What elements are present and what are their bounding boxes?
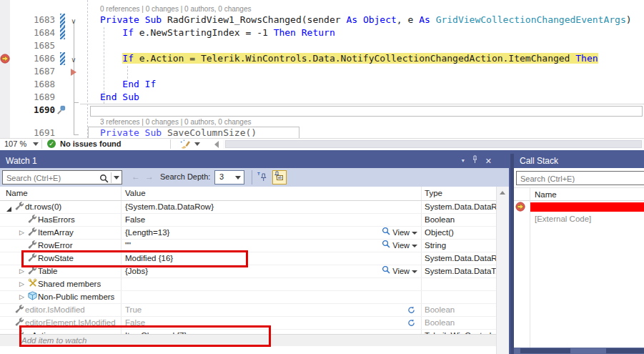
code-text[interactable] <box>80 39 644 52</box>
scrollbar-thumb[interactable] <box>606 348 644 353</box>
watch-title-bar[interactable]: Watch 1 ▾ ✕ <box>0 154 509 168</box>
code-text[interactable]: If e.Action = Telerik.WinControls.Data.N… <box>80 52 644 65</box>
glyph-margin[interactable] <box>0 39 10 52</box>
search-dropdown-icon[interactable] <box>114 176 119 180</box>
svg-text:ab: ab <box>278 175 282 180</box>
outline-margin[interactable] <box>67 104 80 117</box>
call-stack-search-input[interactable] <box>519 172 638 185</box>
code-cleanup-icon[interactable] <box>179 139 191 151</box>
outline-margin[interactable] <box>67 127 80 138</box>
glyph-margin[interactable] <box>0 78 10 91</box>
watch-row[interactable]: ▷Table{Jobs}ViewSystem.Data.DataT... <box>0 265 497 278</box>
codelens-info[interactable]: 3 references | 0 changes | 0 authors, 0 … <box>100 118 251 126</box>
code-cleanup-dropdown-icon[interactable] <box>194 142 200 146</box>
code-text[interactable] <box>80 104 644 117</box>
expander-closed-icon[interactable]: ▷ <box>17 291 26 303</box>
scrollbar-thumb[interactable] <box>225 140 642 148</box>
search-forward-icon[interactable]: → <box>145 172 154 182</box>
watch-row[interactable]: ▷Non-Public members <box>0 291 497 304</box>
code-text[interactable]: Private Sub RadGridView1_RowsChanged(sen… <box>80 14 644 26</box>
refresh-icon[interactable] <box>407 305 415 316</box>
nonpublic-icon <box>26 291 38 303</box>
search-depth-select[interactable]: 3 <box>214 170 244 185</box>
code-line[interactable]: 1687 <box>0 65 644 78</box>
watch-row[interactable]: HasErrorsFalseBoolean <box>0 214 497 227</box>
watch-row[interactable]: editor.IsModifiedTrueBoolean <box>0 304 497 317</box>
outline-margin[interactable] <box>67 91 80 104</box>
column-header-type[interactable]: Type <box>422 187 497 200</box>
issues-status[interactable]: No issues found <box>60 139 122 148</box>
code-line[interactable]: 1689End Sub <box>0 91 644 104</box>
code-text[interactable]: If e.NewStartingIndex = -1 Then Return <box>80 26 644 39</box>
outline-margin[interactable] <box>67 78 80 91</box>
watch-row[interactable]: RowError""ViewString <box>0 240 497 252</box>
code-line[interactable]: 1691Private Sub SaveColumnSize() <box>0 127 644 138</box>
watch-vertical-scrollbar[interactable] <box>496 187 509 354</box>
refresh-icon[interactable] <box>407 318 415 329</box>
zoom-level[interactable]: 107 % <box>4 139 26 148</box>
code-text[interactable]: End If <box>80 78 644 91</box>
watch-value: {System.Data.DataRow} <box>125 202 214 211</box>
expander-closed-icon[interactable]: ▷ <box>17 265 26 277</box>
outline-margin[interactable] <box>67 26 80 39</box>
watch-name: editor.IsModified <box>25 304 85 316</box>
glyph-margin[interactable] <box>0 14 10 26</box>
collapse-chevron-icon[interactable]: ∨ <box>71 17 76 25</box>
view-button[interactable]: View <box>382 227 417 239</box>
outline-margin[interactable]: ∨ <box>67 52 80 65</box>
column-header-name[interactable]: Name <box>0 187 122 200</box>
glyph-margin[interactable] <box>0 127 10 138</box>
codelens-info[interactable]: 0 references | 0 changes | 0 authors, 0 … <box>100 5 251 13</box>
outline-margin[interactable]: ∨ <box>67 14 80 26</box>
wrench-icon <box>26 227 38 239</box>
expander-closed-icon[interactable]: ▷ <box>17 278 26 290</box>
close-icon[interactable]: ✕ <box>485 154 492 168</box>
scrollbar-thumb[interactable] <box>520 348 570 353</box>
watch-row[interactable]: ▷Shared members <box>0 278 497 291</box>
expander-closed-icon[interactable]: ▷ <box>17 227 26 239</box>
code-line[interactable]: 1686∨ If e.Action = Telerik.WinControls.… <box>0 52 644 65</box>
collapse-chevron-icon[interactable]: ∨ <box>71 56 76 64</box>
watch-row[interactable]: dt.rows(0){System.Data.DataRow}System.Da… <box>0 201 497 214</box>
call-stack-title-bar[interactable]: Call Stack <box>514 154 644 168</box>
glyph-margin[interactable] <box>0 65 10 78</box>
zoom-dropdown-icon[interactable] <box>33 142 39 146</box>
outline-margin[interactable] <box>67 65 80 78</box>
watch-row[interactable]: ▷ItemArray{Length=13}ViewObject() <box>0 227 497 240</box>
horizontal-scrollbar[interactable] <box>223 139 644 149</box>
code-line[interactable]: 1683∨Private Sub RadGridView1_RowsChange… <box>0 14 644 26</box>
glyph-margin[interactable] <box>0 104 10 117</box>
pin-icon[interactable] <box>471 154 479 168</box>
watch-row[interactable]: RowStateModified {16}System.Data.DataR..… <box>0 252 497 265</box>
pin-to-source-icon[interactable]: T <box>257 172 267 185</box>
code-line[interactable]: 1690 <box>0 104 644 117</box>
code-text[interactable] <box>80 65 644 78</box>
call-stack-horizontal-scrollbar[interactable] <box>514 348 644 354</box>
call-stack-frame[interactable] <box>514 201 644 213</box>
code-text[interactable]: Private Sub SaveColumnSize() <box>80 127 644 138</box>
glyph-margin[interactable] <box>0 52 10 65</box>
code-line[interactable]: 1688 End If <box>0 78 644 91</box>
glyph-margin[interactable] <box>0 91 10 104</box>
watch-row[interactable]: editorElement.IsModifiedFalseBoolean <box>0 317 497 330</box>
code-editor[interactable]: 16820 references | 0 changes | 0 authors… <box>0 0 644 138</box>
column-header-value[interactable]: Value <box>122 187 422 200</box>
window-position-icon[interactable]: ▾ <box>462 154 465 168</box>
call-stack-frame[interactable]: [External Code] <box>514 213 644 225</box>
call-stack-column-header[interactable]: Name <box>514 187 644 201</box>
pin-properties-toggle[interactable]: ab <box>272 170 287 185</box>
view-button[interactable]: View <box>382 265 417 277</box>
track-changes-margin <box>57 104 67 117</box>
add-watch-row[interactable]: Add item to watch <box>0 334 497 346</box>
search-back-icon[interactable]: ← <box>132 172 140 182</box>
expander-open-icon[interactable] <box>6 207 11 212</box>
scroll-up-icon[interactable] <box>500 191 505 195</box>
glyph-margin[interactable] <box>0 26 10 39</box>
view-button[interactable]: View <box>382 240 417 252</box>
watch-search-input[interactable] <box>5 172 92 185</box>
code-line[interactable]: 1685 <box>0 39 644 52</box>
code-text[interactable]: End Sub <box>80 91 644 104</box>
outline-margin[interactable] <box>67 39 80 52</box>
code-line[interactable]: 1684 If e.NewStartingIndex = -1 Then Ret… <box>0 26 644 39</box>
scroll-left-icon[interactable] <box>214 141 219 148</box>
